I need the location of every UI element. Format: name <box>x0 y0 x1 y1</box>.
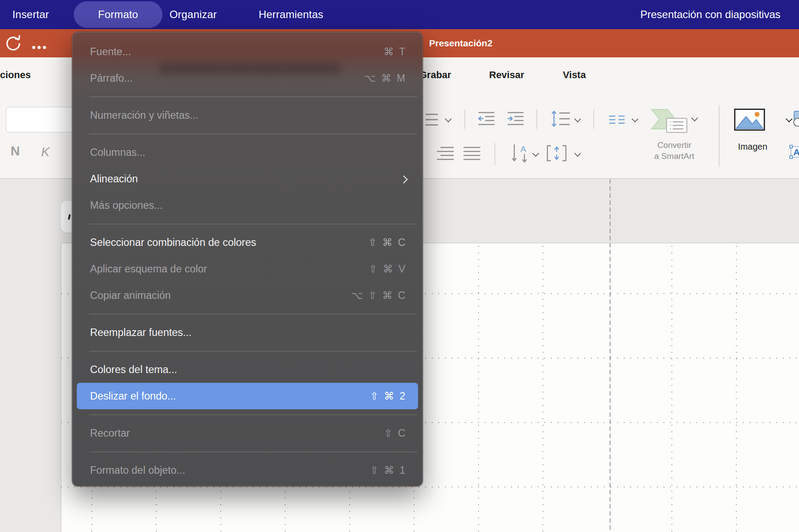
menubar-item-organizar[interactable]: Organizar <box>170 0 217 29</box>
text-columns-chevron-icon[interactable] <box>632 116 639 123</box>
macos-menubar: Insertar Formato Organizar Herramientas … <box>0 0 799 29</box>
text-columns-icon[interactable] <box>609 114 626 126</box>
ribbon-separator <box>494 143 495 165</box>
ribbon-tab-partial-ciones[interactable]: ciones <box>0 68 31 82</box>
vertical-align-chevron-icon[interactable] <box>574 150 581 157</box>
line-spacing-icon[interactable] <box>551 109 570 128</box>
textbox-icon[interactable]: A <box>789 144 799 160</box>
ribbon-tab-grabar[interactable]: Grabar <box>419 68 451 82</box>
imagen-icon[interactable] <box>734 109 765 131</box>
menu-item-numeracion-vinetas[interactable]: Numeración y viñetas... <box>72 102 422 128</box>
gridline-vertical <box>736 246 737 532</box>
menu-item-deslizar-el-fondo[interactable]: Deslizar el fondo...⇧ ⌘ 2 <box>77 383 418 409</box>
gridline-horizontal <box>61 487 799 487</box>
list-options-chevron-icon[interactable] <box>445 116 452 123</box>
refresh-icon[interactable] <box>4 34 22 53</box>
imagen-label: Imagen <box>728 141 777 152</box>
menubar-item-herramientas[interactable]: Herramientas <box>259 0 323 29</box>
convert-smartart-label: Convertir a SmartArt <box>642 140 706 162</box>
ribbon-tab-vista[interactable]: Vista <box>563 68 586 82</box>
italic-button[interactable]: K <box>41 145 49 159</box>
ribbon-separator <box>536 109 537 129</box>
menu-item-copiar-animacion[interactable]: Copiar animación⌥ ⇧ ⌘ C <box>72 282 422 309</box>
increase-indent-icon[interactable] <box>507 110 524 127</box>
menu-item-columnas[interactable]: Columnas... <box>72 139 422 166</box>
menu-item-aplicar-esquema[interactable]: Aplicar esquema de color⇧ ⌘ V <box>72 256 422 282</box>
menu-separator <box>89 134 417 134</box>
menu-item-parrafo[interactable]: Párrafo...⌥ ⌘ M <box>72 65 422 91</box>
menu-separator <box>89 224 417 224</box>
menu-item-reemplazar-fuentes[interactable]: Reemplazar fuentes... <box>72 319 422 346</box>
list-options-icon[interactable] <box>425 111 438 128</box>
text-direction-chevron-icon[interactable] <box>532 150 539 157</box>
gridline-vertical <box>543 246 543 532</box>
justify-icon[interactable] <box>464 146 480 162</box>
menu-item-recortar[interactable]: Recortar⇧ C <box>72 420 422 446</box>
menubar-item-insertar[interactable]: Insertar <box>12 0 49 29</box>
text-direction-icon[interactable]: A <box>511 144 529 163</box>
svg-text:A: A <box>793 147 799 157</box>
menubar-item-formato[interactable]: Formato <box>74 0 162 29</box>
menu-separator <box>89 97 417 97</box>
slide-guide-vertical[interactable] <box>610 179 611 532</box>
vertical-align-icon[interactable] <box>546 145 567 162</box>
menu-item-alineacion[interactable]: Alineación <box>72 166 422 192</box>
menu-separator <box>89 415 417 415</box>
decrease-indent-icon[interactable] <box>478 110 495 127</box>
convert-smartart-chevron-icon[interactable] <box>691 115 698 122</box>
more-icon[interactable]: ••• <box>32 41 48 54</box>
document-title: Presentación2 <box>429 29 493 57</box>
bold-button[interactable]: N <box>11 144 20 158</box>
ribbon-separator <box>719 105 720 167</box>
ribbon-separator <box>593 109 594 129</box>
line-spacing-chevron-icon[interactable] <box>574 116 581 123</box>
ribbon-separator <box>464 109 465 129</box>
menu-item-fuente[interactable]: Fuente...⌘ T <box>72 38 422 65</box>
gridline-vertical <box>671 246 672 532</box>
svg-text:A: A <box>520 144 526 154</box>
shapes-icon[interactable] <box>793 110 799 128</box>
formato-dropdown-menu: Fuente...⌘ T Párrafo...⌥ ⌘ M Numeración … <box>72 32 423 487</box>
convert-smartart-icon[interactable] <box>651 107 688 134</box>
powerpoint-window: { "menubar": { "items": [ {"label": "Ins… <box>0 0 799 532</box>
menu-item-formato-del-objeto[interactable]: Formato del objeto...⇧ ⌘ 1 <box>72 457 422 483</box>
menubar-item-presentacion-con-diapositivas[interactable]: Presentación con diapositivas <box>640 0 780 29</box>
align-right-icon[interactable] <box>437 146 454 162</box>
imagen-chevron-icon[interactable] <box>786 116 793 123</box>
menu-separator <box>89 314 417 314</box>
handle-glyph-icon <box>68 214 71 220</box>
menu-item-mas-opciones[interactable]: Más opciones... <box>72 192 422 219</box>
gridline-vertical <box>478 246 479 532</box>
submenu-arrow-icon <box>400 175 407 183</box>
menu-item-colores-del-tema[interactable]: Colores del tema... <box>72 356 422 383</box>
ribbon-tab-revisar[interactable]: Revisar <box>489 68 524 82</box>
menu-separator <box>89 452 417 452</box>
menu-separator <box>89 351 417 351</box>
menu-item-seleccionar-combinacion[interactable]: Seleccionar combinación de colores⇧ ⌘ C <box>72 229 422 256</box>
